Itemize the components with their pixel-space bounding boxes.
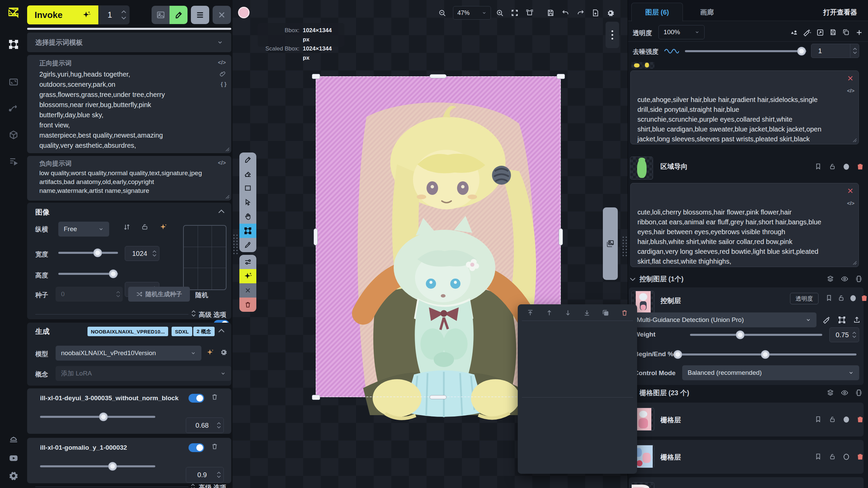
control-layer-card[interactable]: 控制层 透明度 Multi-Guidance Detection (Union …	[629, 287, 864, 385]
delete-tool[interactable]	[239, 298, 256, 312]
collapse-icon[interactable]	[218, 329, 224, 333]
eraser-tool[interactable]	[239, 167, 256, 181]
trash-icon[interactable]	[856, 453, 864, 460]
duplicate-layer-icon[interactable]	[842, 28, 850, 36]
move-up-icon[interactable]	[546, 309, 553, 317]
control-layer-title[interactable]: 控制层	[660, 296, 681, 305]
rect-tool[interactable]	[239, 181, 256, 195]
collapse-icon[interactable]	[218, 209, 224, 214]
begin-end-slider[interactable]	[674, 347, 856, 362]
code-icon[interactable]: </>	[847, 86, 854, 96]
move-to-bottom-icon[interactable]	[583, 309, 591, 317]
prompt-template-select[interactable]: 选择提示词模板	[27, 33, 231, 52]
weight-slider[interactable]	[690, 327, 822, 342]
resize-grip-icon[interactable]	[851, 259, 857, 265]
save-layer-icon[interactable]	[829, 28, 837, 36]
remove-prompt-icon[interactable]	[847, 75, 854, 82]
bbox-handle-top[interactable]	[430, 74, 447, 78]
resize-grip-icon[interactable]	[224, 146, 230, 152]
move-tool[interactable]	[239, 195, 256, 209]
filter-wand-icon[interactable]	[803, 28, 811, 37]
negative-prompt-text[interactable]: low quality,worst quality,normal quality…	[39, 169, 209, 195]
regional-prompt-text[interactable]: cute,loli,cherry blossoms,hair flower,pi…	[637, 207, 844, 267]
resize-grip-icon[interactable]	[224, 193, 230, 199]
swap-dimensions-icon[interactable]	[123, 223, 131, 231]
filter-settings-tool[interactable]	[239, 255, 256, 269]
raster-layer-row[interactable]: 栅格层	[629, 440, 864, 474]
queue-count-stepper[interactable]: 1	[98, 5, 130, 24]
weight-input[interactable]: 0.75	[829, 327, 859, 342]
control-section-title[interactable]: 控制图层 (1个)	[639, 274, 684, 284]
filter-wand-icon[interactable]	[823, 316, 831, 324]
opacity-badge-button[interactable]: 透明度	[790, 293, 818, 304]
trash-icon[interactable]	[211, 443, 218, 450]
section-collapse-icon[interactable]	[630, 277, 635, 281]
frame-icon[interactable]	[855, 389, 863, 396]
trash-icon[interactable]	[861, 294, 868, 302]
sidebar-item-queue[interactable]	[8, 156, 19, 167]
sidebar-item-models[interactable]	[8, 129, 19, 141]
bbox-handle-top-left[interactable]	[312, 74, 320, 79]
zoom-out-icon[interactable]	[438, 9, 446, 17]
advanced-options-label[interactable]: 高级 选项	[199, 310, 226, 319]
move-down-icon[interactable]	[564, 309, 572, 317]
width-slider[interactable]	[58, 245, 118, 260]
tab-gallery[interactable]: 画廊	[688, 5, 726, 20]
bbox-handle-left[interactable]	[314, 228, 318, 245]
export-icon[interactable]	[853, 316, 861, 324]
delete-layer-icon[interactable]	[621, 309, 628, 317]
bookmark-icon[interactable]	[814, 415, 822, 423]
lock-icon[interactable]	[829, 163, 836, 170]
model-sparkle-icon[interactable]	[206, 348, 214, 357]
lora-weight-input[interactable]: 0.9	[186, 467, 224, 483]
image-view-button[interactable]	[152, 6, 170, 24]
regional-prompt-box[interactable]: cute,loli,cherry blossoms,hair flower,pi…	[630, 183, 859, 267]
height-slider[interactable]	[58, 266, 118, 281]
canvas-edit-button[interactable]	[170, 6, 188, 24]
cancel-tool[interactable]	[239, 283, 256, 298]
bbox-handle-right[interactable]	[559, 228, 563, 245]
zoom-level-select[interactable]: 47%	[453, 6, 491, 20]
remove-prompt-icon[interactable]	[847, 187, 854, 194]
sidebar-item-workflows[interactable]	[8, 103, 19, 114]
menu-button[interactable]	[191, 6, 209, 24]
optimize-size-icon[interactable]	[159, 223, 167, 231]
aspect-select[interactable]: Free	[58, 222, 109, 237]
settings-gear-icon[interactable]	[8, 470, 19, 481]
advanced-expand-icon[interactable]	[191, 310, 196, 317]
raster-layer-thumbnail[interactable]	[631, 482, 654, 488]
lora-weight-input[interactable]: 0.68	[186, 418, 224, 433]
negative-prompt-box[interactable]: 负向提示词 low quality,worst quality,normal q…	[27, 156, 231, 201]
randomize-seed-button[interactable]: 随机生成种子	[128, 287, 190, 302]
control-mode-select[interactable]: Balanced (recommended)	[682, 365, 859, 380]
youtube-icon[interactable]	[8, 453, 19, 464]
select-object-icon[interactable]	[790, 28, 798, 37]
width-input[interactable]: 1024	[125, 246, 159, 261]
model-select[interactable]: noobaiXLNAIXL_vPred10Version	[56, 346, 201, 361]
control-model-select[interactable]: Multi-Guidance Detection (Union Pro)	[631, 312, 816, 327]
trash-icon[interactable]	[856, 163, 864, 170]
canvas-kebab-menu[interactable]	[606, 22, 619, 48]
lora-enabled-toggle[interactable]	[189, 394, 204, 403]
add-layer-icon[interactable]	[855, 28, 863, 37]
tab-layers[interactable]: 图层 (6)	[631, 3, 683, 21]
visibility-dot-icon[interactable]	[843, 163, 850, 170]
new-session-icon[interactable]	[591, 9, 599, 17]
panel-resize-handle[interactable]	[623, 237, 627, 256]
invoke-sparkle-tool[interactable]	[239, 269, 256, 283]
positive-prompt-box[interactable]: 正向提示词 2girls,yuri,hug,heads together, ou…	[27, 55, 231, 153]
fit-bbox-icon[interactable]	[838, 316, 846, 324]
visibility-circle-icon[interactable]	[843, 453, 850, 460]
brush-color-swatch[interactable]	[238, 7, 250, 18]
lock-icon[interactable]	[829, 453, 836, 460]
transform-icon[interactable]	[816, 28, 824, 37]
raster-layer-row[interactable]: 栅格层	[629, 477, 864, 488]
regional-layer-thumbnail[interactable]	[630, 157, 653, 180]
raster-section-title[interactable]: 栅格图层 (23 个)	[639, 388, 689, 398]
sidebar-item-canvas[interactable]	[8, 39, 19, 50]
bbox-handle-bottom-left[interactable]	[312, 395, 320, 400]
canvas-settings-icon[interactable]	[606, 9, 614, 17]
advanced-expand-icon[interactable]	[191, 483, 195, 488]
lora-enabled-toggle[interactable]	[189, 443, 204, 452]
pan-tool[interactable]	[239, 209, 256, 224]
